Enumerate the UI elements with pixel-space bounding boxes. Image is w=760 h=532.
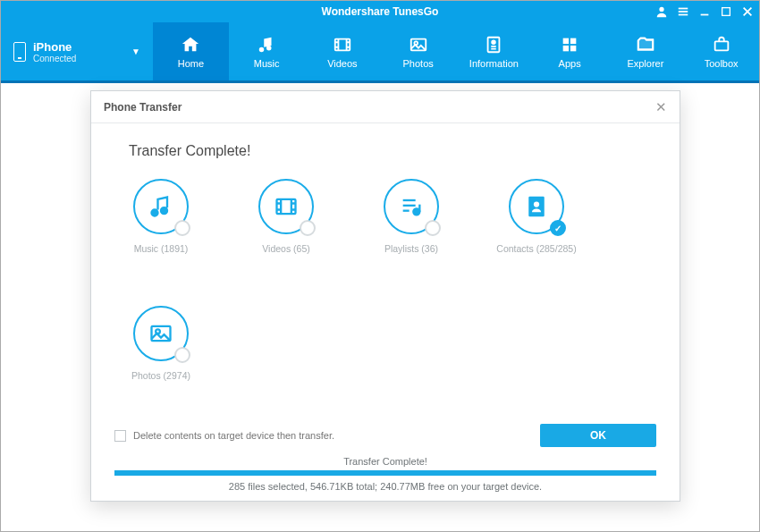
tab-music[interactable]: Music — [229, 22, 305, 80]
photos-icon — [148, 321, 173, 346]
tab-explorer[interactable]: Explorer — [608, 22, 684, 80]
summary-text: 285 files selected, 546.71KB total; 240.… — [114, 476, 656, 492]
tab-label: Toolbox — [705, 58, 739, 69]
check-badge — [425, 220, 441, 236]
check-badge — [174, 220, 190, 236]
tab-information[interactable]: Information — [456, 22, 532, 80]
dialog-heading: Transfer Complete! — [129, 143, 642, 159]
svg-rect-17 — [714, 41, 728, 50]
item-playlists[interactable]: Playlists (36) — [379, 179, 443, 254]
videos-icon — [332, 35, 353, 55]
ok-button[interactable]: OK — [540, 424, 656, 447]
phone-transfer-dialog: Phone Transfer ✕ Transfer Complete! Musi… — [90, 90, 680, 502]
chevron-down-icon: ▼ — [131, 46, 140, 56]
transfer-items: Music (1891) Videos (65) Playlists (36) — [129, 179, 642, 381]
info-icon — [483, 35, 504, 55]
titlebar: Wondershare TunesGo — [1, 1, 759, 22]
svg-rect-16 — [570, 45, 576, 50]
svg-rect-5 — [722, 8, 730, 16]
tab-label: Apps — [559, 58, 581, 69]
device-status: Connected — [33, 54, 124, 63]
music-icon — [148, 194, 173, 219]
check-badge-checked — [550, 220, 566, 236]
tab-label: Explorer — [627, 58, 663, 69]
dialog-header: Phone Transfer ✕ — [91, 91, 680, 123]
tab-label: Videos — [327, 58, 357, 69]
svg-rect-13 — [563, 38, 569, 43]
status-message: Transfer Complete! — [114, 456, 656, 467]
dialog-footer: Delete contents on target device then tr… — [91, 415, 680, 501]
photos-circle — [133, 306, 189, 361]
tab-label: Information — [469, 58, 519, 69]
apps-icon — [559, 35, 580, 55]
tab-label: Home — [178, 58, 204, 69]
svg-rect-20 — [277, 199, 296, 214]
photos-icon — [408, 35, 429, 55]
tab-apps[interactable]: Apps — [532, 22, 608, 80]
svg-rect-8 — [335, 38, 350, 50]
tab-label: Photos — [403, 58, 434, 69]
user-icon[interactable] — [655, 5, 668, 18]
main-tabs: Home Music Videos Photos Information App… — [153, 22, 759, 80]
menu-icon[interactable] — [677, 5, 689, 18]
check-badge — [300, 220, 316, 236]
item-label: Photos (2974) — [131, 370, 190, 381]
tab-label: Music — [254, 58, 280, 69]
check-badge — [174, 347, 190, 363]
phone-icon — [13, 42, 26, 62]
delete-checkbox-label: Delete contents on target device then tr… — [133, 430, 334, 441]
music-icon — [256, 35, 277, 55]
svg-rect-15 — [563, 45, 569, 50]
item-music[interactable]: Music (1891) — [129, 179, 193, 254]
tab-toolbox[interactable]: Toolbox — [683, 22, 759, 80]
item-photos[interactable]: Photos (2974) — [129, 306, 193, 381]
svg-point-12 — [493, 40, 496, 44]
contacts-circle — [509, 179, 564, 234]
svg-point-18 — [152, 210, 158, 216]
toolbar: iPhone Connected ▼ Home Music Videos Pho… — [1, 22, 759, 83]
window-controls — [655, 1, 754, 22]
item-videos[interactable]: Videos (65) — [254, 179, 318, 254]
footer-row: Delete contents on target device then tr… — [114, 424, 656, 447]
toolbox-icon — [711, 35, 732, 55]
ok-label: OK — [590, 429, 606, 442]
close-icon[interactable]: ✕ — [655, 99, 667, 115]
item-contacts[interactable]: Contacts (285/285) — [504, 179, 569, 254]
item-label: Music (1891) — [134, 243, 189, 254]
svg-point-26 — [534, 201, 539, 207]
delete-checkbox[interactable] — [114, 430, 126, 442]
svg-point-0 — [659, 7, 663, 12]
device-info: iPhone Connected — [33, 40, 124, 63]
minimize-icon[interactable] — [698, 5, 711, 18]
dialog-body: Transfer Complete! Music (1891) Videos (… — [91, 123, 680, 415]
item-label: Playlists (36) — [384, 243, 438, 254]
svg-point-19 — [161, 207, 167, 214]
dialog-title: Phone Transfer — [104, 101, 182, 114]
videos-circle — [258, 179, 314, 234]
svg-rect-14 — [570, 38, 576, 43]
maximize-icon[interactable] — [720, 5, 732, 18]
contacts-icon — [523, 193, 550, 220]
tab-photos[interactable]: Photos — [380, 22, 456, 80]
close-icon[interactable] — [741, 5, 754, 18]
item-label: Videos (65) — [262, 243, 310, 254]
device-selector[interactable]: iPhone Connected ▼ — [1, 22, 153, 80]
playlists-circle — [384, 179, 439, 234]
tab-videos[interactable]: Videos — [305, 22, 381, 80]
device-name: iPhone — [33, 40, 124, 54]
item-label: Contacts (285/285) — [496, 243, 576, 254]
music-circle — [133, 179, 189, 234]
videos-icon — [274, 194, 299, 219]
explorer-icon — [635, 35, 656, 55]
home-icon — [180, 35, 201, 55]
app-title: Wondershare TunesGo — [322, 5, 439, 18]
tab-home[interactable]: Home — [153, 22, 229, 80]
playlists-icon — [399, 194, 424, 219]
